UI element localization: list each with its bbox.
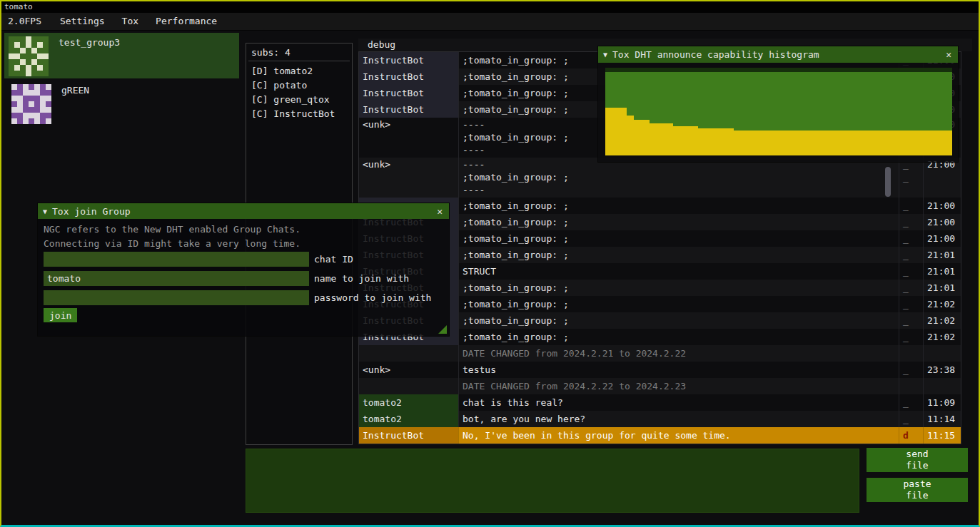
message-author: InstructBot: [359, 85, 458, 101]
join-name-input[interactable]: [44, 271, 309, 286]
subs-member[interactable]: [C] potato: [246, 78, 352, 93]
message-row[interactable]: <unk>---- ;tomato_in_group: ; ----_ _21:…: [359, 158, 961, 198]
menu-bar: 2.0FPS Settings Tox Performance: [1, 13, 979, 31]
message-author: InstructBot: [359, 68, 458, 85]
message-author: [359, 345, 458, 362]
window-title: tomato: [4, 2, 33, 11]
message-text: ;tomato_in_group: ;: [458, 214, 899, 230]
message-row[interactable]: tomato2bot, are you new here?_ _11:14: [359, 411, 961, 427]
subs-member[interactable]: [C] InstructBot: [246, 107, 352, 121]
subs-list: [D] tomato2[C] potato[C] green_qtox[C] I…: [246, 64, 352, 121]
collapse-arrow-icon[interactable]: ▼: [43, 208, 47, 215]
message-text: chat is this real?: [458, 394, 899, 411]
message-text: ;tomato_in_group: ;: [458, 198, 899, 214]
menu-tox[interactable]: Tox: [113, 13, 147, 30]
histogram-window-title: Tox DHT announce capability histogram: [612, 49, 939, 60]
message-flags: _ _: [899, 312, 923, 329]
message-time: 11:15: [923, 427, 961, 444]
message-time: 21:02: [923, 312, 961, 329]
window-titlebar[interactable]: tomato: [1, 1, 979, 13]
message-time: 21:00: [923, 230, 961, 247]
message-author: [359, 378, 458, 394]
dht-histogram-plot[interactable]: [605, 68, 952, 155]
menu-settings[interactable]: Settings: [51, 13, 113, 30]
chat-id-label: chat ID: [314, 252, 353, 267]
message-text: bot, are you new here?: [458, 411, 899, 427]
menu-performance[interactable]: Performance: [147, 13, 226, 30]
chat-scrollbar[interactable]: [885, 167, 891, 197]
resize-grip[interactable]: [438, 325, 447, 334]
message-time: 21:00: [923, 198, 961, 214]
message-text: ;tomato_in_group: ;: [458, 280, 899, 296]
histogram-window-titlebar[interactable]: ▼ Tox DHT announce capability histogram …: [598, 46, 958, 63]
message-text: ;tomato_in_group: ;: [458, 247, 899, 263]
join-group-window-titlebar[interactable]: ▼ Tox join Group ✕: [38, 203, 449, 219]
message-author: InstructBot: [359, 427, 458, 444]
message-time: 21:01: [923, 280, 961, 296]
join-group-window: ▼ Tox join Group ✕ NGC refers to the New…: [37, 203, 450, 337]
message-time: [923, 345, 961, 362]
message-author: <unk>: [359, 118, 458, 158]
message-row[interactable]: tomato2chat is this real?_ _11:09: [359, 394, 961, 411]
message-text: No, I've been in this group for quite so…: [458, 427, 899, 444]
message-flags: _ _: [899, 394, 923, 411]
join-button[interactable]: join: [44, 308, 77, 322]
message-row[interactable]: InstructBotNo, I've been in this group f…: [359, 427, 961, 444]
date-separator-row[interactable]: DATE CHANGED from 2024.2.21 to 2024.2.22: [359, 345, 961, 362]
message-input[interactable]: [246, 449, 859, 513]
message-author: <unk>: [359, 158, 458, 198]
close-icon[interactable]: ✕: [435, 206, 444, 217]
message-author: tomato2: [359, 411, 458, 427]
group-name: test_group3: [59, 37, 120, 48]
collapse-arrow-icon[interactable]: ▼: [603, 51, 607, 58]
message-text: ---- ;tomato_in_group: ; ----: [458, 158, 899, 198]
subs-member[interactable]: [D] tomato2: [246, 64, 352, 78]
message-text: ;tomato_in_group: ;: [458, 329, 899, 345]
message-time: 11:14: [923, 411, 961, 427]
message-flags: _ _: [899, 362, 923, 378]
join-info-line: NGC refers to the New DHT enabled Group …: [44, 224, 300, 235]
subs-member[interactable]: [C] green_qtox: [246, 93, 352, 107]
send-file-button[interactable]: send file: [867, 448, 968, 472]
message-flags: _ _: [899, 158, 923, 198]
message-flags: _ _: [899, 411, 923, 427]
join-password-input[interactable]: [44, 290, 309, 305]
message-flags: d: [899, 427, 923, 444]
message-author: tomato2: [359, 394, 458, 411]
message-flags: _ _: [899, 230, 923, 247]
date-separator-row[interactable]: DATE CHANGED from 2024.2.22 to 2024.2.23: [359, 378, 961, 394]
fps-counter: 2.0FPS: [1, 13, 51, 30]
group-avatar: [9, 36, 49, 76]
message-row[interactable]: <unk>testus_ _23:38: [359, 362, 961, 378]
message-text: testus: [458, 362, 899, 378]
message-text: ;tomato_in_group: ;: [458, 296, 899, 312]
subs-count: subs: 4: [246, 44, 352, 60]
close-icon[interactable]: ✕: [944, 49, 953, 60]
join-group-window-title: Tox join Group: [52, 206, 430, 217]
message-time: 21:00: [923, 214, 961, 230]
histogram-window-body: [598, 63, 958, 162]
message-flags: [899, 345, 923, 362]
histogram-window: ▼ Tox DHT announce capability histogram …: [597, 46, 959, 163]
message-time: [923, 378, 961, 394]
message-text: ;tomato_in_group: ;: [458, 230, 899, 247]
app-window: tomato 2.0FPS Settings Tox Performance t…: [0, 0, 980, 527]
group-item-test_group3[interactable]: test_group3: [4, 33, 239, 78]
message-author: InstructBot: [359, 101, 458, 118]
message-author: InstructBot: [359, 52, 458, 68]
message-time: 21:01: [923, 263, 961, 280]
message-time: 11:09: [923, 394, 961, 411]
join-info-line: Connecting via ID might take a very long…: [44, 238, 300, 249]
message-time: 23:38: [923, 362, 961, 378]
message-flags: _ _: [899, 263, 923, 280]
chat-id-input[interactable]: [44, 252, 309, 267]
message-flags: _ _: [899, 198, 923, 214]
message-time: 21:01: [923, 247, 961, 263]
debug-header-label: debug: [368, 39, 395, 50]
message-text: DATE CHANGED from 2024.2.21 to 2024.2.22: [458, 345, 899, 362]
message-flags: _ _: [899, 214, 923, 230]
group-item-green[interactable]: gREEN: [4, 78, 239, 124]
paste-file-button[interactable]: paste file: [867, 478, 968, 502]
group-name: gREEN: [61, 85, 89, 96]
message-flags: [899, 378, 923, 394]
